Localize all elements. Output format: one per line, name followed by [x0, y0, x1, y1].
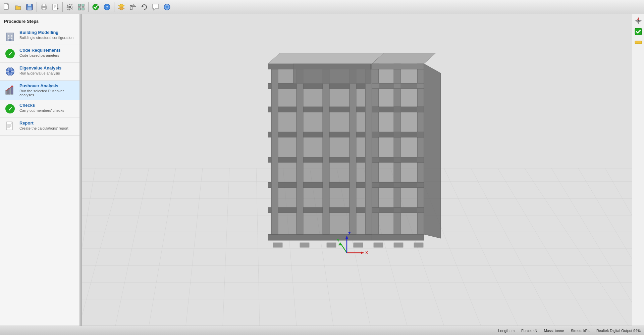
- checks-title: Checks: [19, 103, 75, 108]
- svg-rect-18: [82, 8, 84, 10]
- svg-rect-121: [394, 243, 403, 247]
- report-title: Report: [19, 121, 75, 126]
- layer-button[interactable]: [116, 2, 127, 12]
- help-button[interactable]: ?: [102, 2, 112, 12]
- status-bar: Length: m Force: kN Mass: tonne Stress: …: [0, 326, 644, 335]
- svg-rect-96: [323, 69, 329, 234]
- pushover-icon: [4, 83, 16, 95]
- svg-rect-84: [327, 243, 336, 247]
- settings-button[interactable]: [64, 2, 75, 12]
- status-mass: Mass: tonne: [544, 329, 564, 333]
- svg-point-45: [11, 86, 13, 87]
- svg-rect-120: [374, 243, 383, 247]
- svg-rect-99: [278, 69, 297, 234]
- new-button[interactable]: [1, 2, 12, 12]
- svg-rect-85: [354, 243, 363, 247]
- report-icon: [4, 121, 16, 133]
- building-modelling-subtitle: Building's structural configuration: [19, 36, 75, 40]
- svg-point-14: [69, 6, 71, 8]
- open-button[interactable]: [13, 2, 23, 12]
- svg-marker-23: [118, 7, 124, 10]
- status-audio: Realtek Digital Output 94%: [596, 329, 641, 333]
- svg-rect-101: [329, 69, 350, 234]
- svg-rect-94: [271, 69, 278, 234]
- svg-rect-95: [297, 69, 303, 234]
- 3d-viewport[interactable]: X Y Z: [82, 14, 632, 326]
- checks-icon: ✓: [4, 103, 16, 115]
- svg-rect-42: [6, 90, 8, 94]
- svg-rect-5: [28, 7, 32, 10]
- validate-button[interactable]: [90, 2, 101, 12]
- sep3: [88, 2, 89, 12]
- svg-point-41: [9, 70, 11, 73]
- eigenvalue-subtitle: Run Eigenvalue analysis: [19, 71, 75, 75]
- svg-rect-33: [8, 35, 9, 37]
- svg-rect-113: [372, 234, 424, 240]
- status-stress: Stress: kPa: [571, 329, 590, 333]
- svg-text:Y: Y: [337, 238, 339, 243]
- procedure-item-building-modelling[interactable]: Building Modelling Building's structural…: [0, 27, 79, 45]
- status-force: Force: kN: [521, 329, 537, 333]
- svg-marker-119: [424, 64, 441, 238]
- svg-text:?: ?: [106, 5, 108, 10]
- svg-rect-86: [268, 234, 372, 240]
- building-model: X Y Z: [239, 43, 474, 278]
- report-subtitle: Create the calculations' report: [19, 126, 75, 130]
- svg-rect-17: [78, 8, 80, 10]
- svg-rect-114: [379, 69, 394, 234]
- ruler-button[interactable]: [634, 38, 643, 47]
- svg-rect-15: [78, 4, 80, 6]
- svg-rect-83: [300, 243, 309, 247]
- svg-rect-100: [303, 69, 323, 234]
- procedure-item-report[interactable]: Report Create the calculations' report: [0, 118, 79, 136]
- status-length: Length: m: [498, 329, 515, 333]
- svg-rect-106: [372, 64, 424, 69]
- procedure-item-checks[interactable]: ✓ Checks Carry out members' checks: [0, 100, 79, 118]
- print-button[interactable]: [39, 2, 49, 12]
- refresh-button[interactable]: [139, 2, 150, 12]
- svg-marker-135: [639, 20, 642, 22]
- checks-subtitle: Carry out members' checks: [19, 108, 75, 112]
- svg-rect-122: [414, 243, 423, 247]
- svg-marker-127: [338, 243, 342, 245]
- svg-rect-116: [293, 64, 370, 84]
- svg-rect-9: [53, 4, 57, 10]
- grid-button[interactable]: [76, 2, 87, 12]
- print-preview-button[interactable]: [50, 2, 61, 12]
- code-requirements-title: Code Requirements: [19, 48, 75, 53]
- svg-point-19: [93, 4, 99, 10]
- sep4: [114, 2, 114, 12]
- svg-marker-117: [268, 53, 384, 64]
- save-button[interactable]: [24, 2, 35, 12]
- svg-text:Z: Z: [348, 232, 351, 236]
- svg-marker-124: [361, 251, 364, 254]
- svg-rect-34: [11, 35, 12, 37]
- procedure-item-pushover[interactable]: Pushover Analysis Run the selected Pusho…: [0, 81, 79, 100]
- globe-button[interactable]: [162, 2, 172, 12]
- svg-rect-82: [273, 243, 282, 247]
- building-modelling-icon: [4, 30, 16, 42]
- svg-rect-4: [28, 4, 31, 6]
- view-compass-button[interactable]: [634, 16, 643, 26]
- check-mark-button[interactable]: [634, 27, 643, 36]
- code-requirements-icon: ✓: [4, 48, 16, 60]
- svg-rect-8: [42, 8, 46, 10]
- svg-rect-44: [11, 86, 13, 94]
- svg-text:X: X: [365, 250, 368, 255]
- eigenvalue-icon: [4, 65, 16, 78]
- svg-rect-16: [82, 4, 84, 6]
- code-requirements-subtitle: Code-based parameters: [19, 53, 75, 57]
- main-toolbar: ?: [0, 0, 644, 14]
- procedure-item-eigenvalue[interactable]: Eigenvalue Analysis Run Eigenvalue analy…: [0, 63, 79, 81]
- svg-rect-97: [350, 69, 356, 234]
- building-modelling-title: Building Modelling: [19, 30, 75, 35]
- pushover-title: Pushover Analysis: [19, 83, 75, 88]
- arrow-button[interactable]: [127, 2, 138, 12]
- comment-button[interactable]: [150, 2, 161, 12]
- sep2: [62, 2, 63, 12]
- svg-rect-7: [42, 4, 46, 6]
- svg-marker-134: [635, 20, 638, 22]
- procedure-item-code-requirements[interactable]: ✓ Code Requirements Code-based parameter…: [0, 45, 79, 63]
- right-toolbar: [632, 14, 644, 326]
- panel-title: Procedure Steps: [0, 17, 79, 27]
